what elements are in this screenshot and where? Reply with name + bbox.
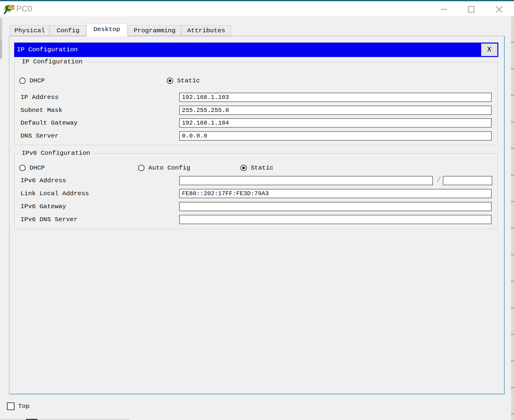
- ipv6-auto-config-radio[interactable]: [138, 165, 144, 171]
- ipv6-gateway-input[interactable]: [179, 202, 492, 211]
- maximize-icon[interactable]: [463, 2, 480, 16]
- default-gateway-input[interactable]: [179, 118, 492, 128]
- window-title: PC0: [16, 1, 32, 16]
- packet-tracer-envelope-magnifier-icon: [4, 4, 15, 15]
- background-edge-bottom: [0, 419, 130, 420]
- ipv4-dhcp-radio[interactable]: [19, 78, 26, 84]
- ipv4-static-radio-label: Static: [177, 77, 200, 84]
- top-checkbox-label: Top: [18, 402, 30, 410]
- ipv6-dns-server-label: IPv6 DNS Server: [21, 215, 78, 224]
- subnet-mask-label: Subnet Mask: [21, 106, 62, 115]
- ipv6-dhcp-radio-label: DHCP: [30, 164, 45, 172]
- background-edge-mark: [26, 419, 37, 420]
- ipv6-dhcp-radio[interactable]: [19, 165, 26, 171]
- background-scrollbar-sliver-right: [511, 16, 514, 420]
- ip-address-label: IP Address: [21, 93, 59, 102]
- tab-config[interactable]: Config: [50, 25, 86, 36]
- dns-server-input[interactable]: [179, 131, 492, 141]
- ip-configuration-titlebar: IP Configuration X: [14, 43, 498, 57]
- ipv6-gateway-label: IPv6 Gateway: [21, 202, 66, 211]
- ip-configuration-group-legend: IP Configuration: [19, 58, 85, 65]
- window-titlebar: PC0: [0, 0, 514, 16]
- ipv6-address-label: IPv6 Address: [21, 176, 66, 185]
- pc0-dialog-window: PC0 Physical Config Desktop Programming …: [0, 0, 514, 420]
- ipv6-prefix-input[interactable]: [443, 176, 492, 185]
- default-gateway-label: Default Gateway: [21, 118, 78, 128]
- ipv6-static-radio-label: Static: [251, 164, 274, 172]
- dns-server-label: DNS Server: [21, 131, 59, 141]
- ipv6-auto-config-radio-label: Auto Config: [148, 164, 190, 172]
- link-local-address-label: Link Local Address: [21, 189, 89, 198]
- ip-configuration-close-button[interactable]: X: [481, 43, 497, 56]
- ipv6-configuration-group-legend: IPv6 Configuration: [19, 150, 93, 157]
- minimize-icon[interactable]: [436, 2, 452, 16]
- tab-physical[interactable]: Physical: [10, 25, 49, 36]
- link-local-address-input[interactable]: [179, 189, 492, 198]
- ip-configuration-title: IP Configuration: [17, 43, 78, 57]
- tab-attributes[interactable]: Attributes: [181, 25, 231, 36]
- ipv6-address-input[interactable]: [179, 176, 433, 185]
- close-icon[interactable]: [491, 2, 508, 16]
- ipv6-dns-server-input[interactable]: [179, 215, 492, 224]
- tab-desktop[interactable]: Desktop: [86, 23, 127, 37]
- ipv6-static-radio[interactable]: [240, 165, 247, 171]
- ipv6-prefix-separator: /: [436, 176, 442, 184]
- tab-programming[interactable]: Programming: [128, 25, 181, 36]
- ip-address-input[interactable]: [179, 93, 492, 102]
- ipv4-dhcp-radio-label: DHCP: [30, 77, 45, 84]
- ipv4-static-radio[interactable]: [167, 78, 173, 84]
- subnet-mask-input[interactable]: [179, 106, 492, 115]
- top-checkbox[interactable]: [7, 402, 14, 410]
